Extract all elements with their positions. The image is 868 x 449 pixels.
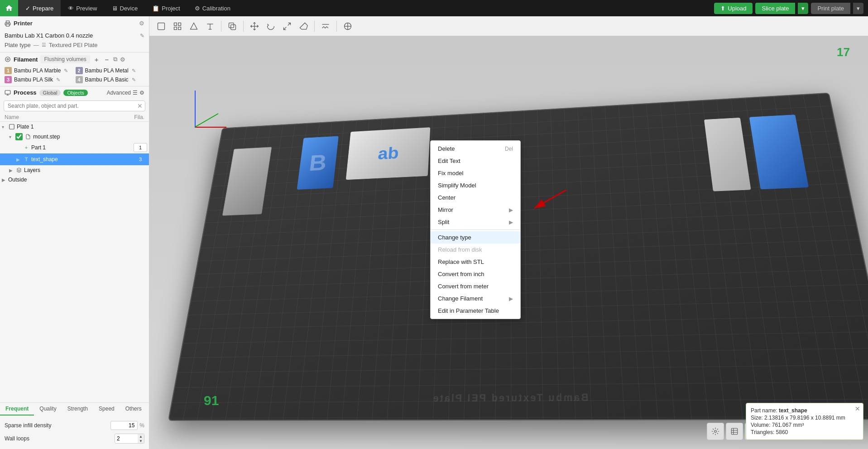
ctx-change-filament[interactable]: Change Filament ▶ <box>431 292 520 305</box>
ctx-convert-inch[interactable]: Convert from inch <box>431 268 520 280</box>
slice-plate-button[interactable]: Slice plate <box>755 3 795 14</box>
tab-frequent[interactable]: Frequent <box>0 403 34 416</box>
filament-edit-2[interactable]: ✎ <box>132 68 136 74</box>
printer-edit-icon[interactable]: ✎ <box>140 33 144 39</box>
mount-checkbox[interactable] <box>15 133 23 140</box>
toolbar-clone-icon[interactable] <box>225 19 240 33</box>
toolbar-shape-icon[interactable] <box>187 19 201 33</box>
filament-edit-4[interactable]: ✎ <box>132 77 136 83</box>
tab-others[interactable]: Others <box>120 403 147 416</box>
part1-fila[interactable]: 1 <box>134 143 147 152</box>
print-plate-dropdown[interactable]: ▾ <box>853 3 863 14</box>
toolbar-eraser-icon[interactable] <box>296 19 311 33</box>
print-plate-button[interactable]: Print plate <box>811 3 850 14</box>
info-panel: ✕ Part name: text_shape Size: 2.13816 x … <box>746 403 863 440</box>
bt-settings-icon[interactable] <box>707 423 724 440</box>
upload-button[interactable]: ⬆ Upload <box>714 3 753 14</box>
outside-arrow[interactable]: ▶ <box>2 177 8 182</box>
ctx-edit-text[interactable]: Edit Text <box>431 155 520 167</box>
toolbar-measure-icon[interactable] <box>318 19 333 33</box>
info-triangles: Triangles: 5860 <box>751 429 858 436</box>
object-ab-letters[interactable]: ab <box>346 127 430 180</box>
spinner-down[interactable]: ▼ <box>138 439 144 443</box>
svg-rect-1 <box>174 23 177 25</box>
search-input[interactable] <box>4 100 145 111</box>
layers-arrow[interactable]: ▶ <box>9 168 15 173</box>
printer-section-header: Printer ⚙ <box>0 16 149 30</box>
process-advanced-toggle[interactable]: Advanced ☰ ⚙ <box>107 90 144 96</box>
tab-calibration[interactable]: ⚙ Calibration <box>187 0 238 16</box>
toolbar-sep-3 <box>314 21 315 32</box>
tab-speed[interactable]: Speed <box>93 403 120 416</box>
svg-rect-16 <box>731 428 738 435</box>
tab-device[interactable]: 🖥 Device <box>105 0 145 16</box>
toolbar-rotate-icon[interactable] <box>264 19 278 33</box>
tree-item-layers[interactable]: ▶ Layers <box>0 165 149 175</box>
ctx-convert-meter[interactable]: Convert from meter <box>431 280 520 292</box>
bt-layer-icon[interactable] <box>726 423 743 440</box>
spinner-buttons: ▲ ▼ <box>138 434 144 443</box>
slice-plate-dropdown[interactable]: ▾ <box>798 3 808 14</box>
ctx-mirror[interactable]: Mirror ▶ <box>431 204 520 216</box>
toolbar-scale-icon[interactable] <box>280 19 294 33</box>
ctx-center[interactable]: Center <box>431 191 520 204</box>
settings-panel: Sparse infill density % Wall loops ▲ ▼ <box>0 416 149 449</box>
filament-item-4[interactable]: 4 Bambu PLA Basic ✎ <box>76 76 145 83</box>
textshape-label: text_shape <box>31 156 134 162</box>
info-close-icon[interactable]: ✕ <box>855 405 860 412</box>
filament-copy-icon[interactable]: ⧉ <box>113 56 117 63</box>
filament-item-2[interactable]: 2 Bambu PLA Metal ✎ <box>76 67 145 74</box>
ctx-replace-stl[interactable]: Replace with STL <box>431 256 520 268</box>
filament-item-3[interactable]: 3 Bambu PLA Silk ✎ <box>5 76 74 83</box>
tree-item-part1[interactable]: ▶ + Part 1 1 <box>0 142 149 153</box>
tab-quality[interactable]: Quality <box>34 403 62 416</box>
plate1-arrow[interactable]: ▾ <box>2 124 8 129</box>
printer-settings-icon[interactable]: ⚙ <box>139 20 144 27</box>
filament-settings-icon[interactable]: ⚙ <box>120 56 125 63</box>
3d-viewport[interactable]: Bambu Textured PEI Plate B ab <box>149 36 868 449</box>
ctx-edit-param-table[interactable]: Edit in Parameter Table <box>431 305 520 317</box>
toolbar-text-icon[interactable] <box>203 19 217 33</box>
toolbar-cube-icon[interactable] <box>154 19 168 33</box>
filament-name-1: Bambu PLA Marble <box>14 67 61 74</box>
filament-add-button[interactable]: + <box>93 56 101 63</box>
part1-label: Part 1 <box>31 144 134 151</box>
plate-watermark: Bambu Textured PEI Plate <box>432 392 589 404</box>
wall-loops-row: Wall loops ▲ ▼ <box>5 432 144 445</box>
filament-edit-3[interactable]: ✎ <box>56 77 60 83</box>
toolbar-move-icon[interactable] <box>247 19 262 33</box>
tab-strength[interactable]: Strength <box>62 403 93 416</box>
tab-preview[interactable]: 👁 Preview <box>61 0 104 16</box>
flushing-volumes-button[interactable]: Flushing volumes <box>40 55 90 63</box>
ctx-change-type[interactable]: Change type <box>431 231 520 244</box>
toolbar-orient-icon[interactable] <box>340 19 355 33</box>
object-b-letter[interactable]: B <box>297 136 339 190</box>
svg-rect-10 <box>6 24 10 26</box>
plate-type-value[interactable]: Textured PEI Plate <box>49 42 98 48</box>
process-objects-badge[interactable]: Objects <box>63 90 87 96</box>
tree-item-plate1[interactable]: ▾ Plate 1 <box>0 122 149 132</box>
wall-loops-input[interactable] <box>115 435 138 443</box>
spinner-up[interactable]: ▲ <box>138 434 144 439</box>
ctx-simplify-model[interactable]: Simplify Model <box>431 179 520 191</box>
tree-item-mount[interactable]: ▾ mount.step <box>0 132 149 142</box>
tree-item-textshape[interactable]: ▶ T text_shape 3 <box>0 153 149 165</box>
toolbar-sep-2 <box>243 21 244 32</box>
toolbar-grid-icon[interactable] <box>170 19 185 33</box>
x-axis-line <box>195 127 226 128</box>
search-clear-icon[interactable]: ✕ <box>137 102 143 110</box>
process-global-badge[interactable]: Global <box>39 90 61 96</box>
textshape-fila[interactable]: 3 <box>134 155 147 164</box>
ctx-fix-model[interactable]: Fix model <box>431 167 520 179</box>
mount-arrow[interactable]: ▾ <box>9 134 15 139</box>
tab-prepare[interactable]: ✓ Prepare <box>18 0 61 16</box>
ctx-split[interactable]: Split ▶ <box>431 216 520 228</box>
sparse-infill-input[interactable] <box>110 421 138 430</box>
filament-remove-button[interactable]: − <box>103 56 111 63</box>
filament-edit-1[interactable]: ✎ <box>64 68 68 74</box>
tree-item-outside[interactable]: ▶ Outside <box>0 175 149 184</box>
ctx-delete[interactable]: Delete Del <box>431 143 520 155</box>
filament-item-1[interactable]: 1 Bambu PLA Marble ✎ <box>5 67 74 74</box>
tab-project[interactable]: 📋 Project <box>145 0 187 16</box>
home-button[interactable] <box>0 0 18 16</box>
